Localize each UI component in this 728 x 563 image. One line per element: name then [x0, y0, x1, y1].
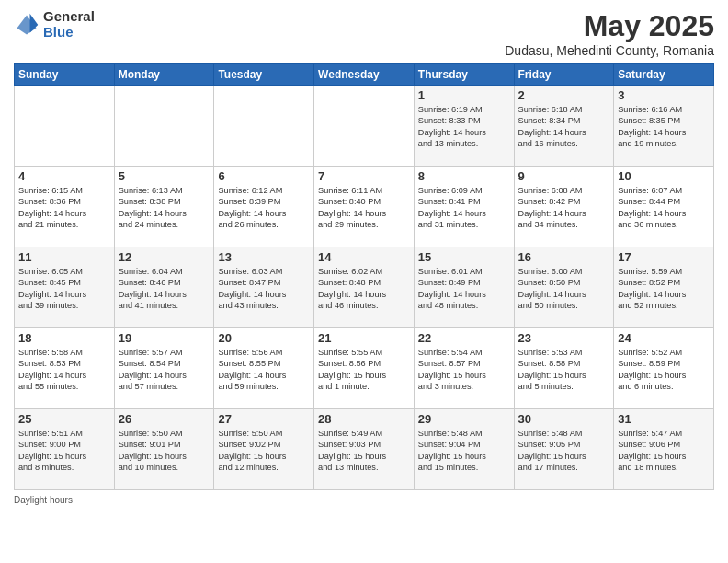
day-number: 23	[518, 331, 610, 345]
week-row-3: 11Sunrise: 6:05 AMSunset: 8:45 PMDayligh…	[15, 247, 714, 328]
cell-content: Sunrise: 5:53 AMSunset: 8:58 PMDaylight:…	[518, 347, 610, 393]
weekday-header-saturday: Saturday	[614, 64, 714, 86]
day-cell	[314, 86, 415, 167]
day-cell: 27Sunrise: 5:50 AMSunset: 9:02 PMDayligh…	[214, 409, 314, 490]
day-cell: 10Sunrise: 6:07 AMSunset: 8:44 PMDayligh…	[614, 167, 714, 247]
cell-content: Sunrise: 6:15 AMSunset: 8:36 PMDaylight:…	[18, 185, 110, 231]
cell-content: Sunrise: 6:13 AMSunset: 8:38 PMDaylight:…	[119, 185, 210, 231]
day-number: 27	[218, 412, 310, 426]
day-cell: 9Sunrise: 6:08 AMSunset: 8:42 PMDaylight…	[514, 167, 614, 247]
day-number: 25	[18, 412, 110, 426]
day-cell: 31Sunrise: 5:47 AMSunset: 9:06 PMDayligh…	[614, 409, 714, 490]
cell-content: Sunrise: 5:51 AMSunset: 9:00 PMDaylight:…	[18, 428, 110, 474]
day-number: 8	[418, 169, 510, 183]
cell-content: Sunrise: 5:50 AMSunset: 9:01 PMDaylight:…	[119, 428, 210, 474]
cell-content: Sunrise: 5:49 AMSunset: 9:03 PMDaylight:…	[318, 428, 410, 474]
day-cell	[214, 86, 314, 167]
day-cell: 20Sunrise: 5:56 AMSunset: 8:55 PMDayligh…	[214, 328, 314, 409]
day-cell: 19Sunrise: 5:57 AMSunset: 8:54 PMDayligh…	[114, 328, 214, 409]
cell-content: Sunrise: 5:55 AMSunset: 8:56 PMDaylight:…	[318, 347, 410, 393]
weekday-header-friday: Friday	[514, 64, 614, 86]
cell-content: Sunrise: 6:08 AMSunset: 8:42 PMDaylight:…	[518, 185, 610, 231]
day-cell: 5Sunrise: 6:13 AMSunset: 8:38 PMDaylight…	[114, 167, 214, 247]
day-number: 4	[18, 169, 110, 183]
day-number: 2	[518, 88, 610, 102]
day-cell: 1Sunrise: 6:19 AMSunset: 8:33 PMDaylight…	[414, 86, 514, 167]
daylight-label: Daylight hours	[14, 495, 73, 505]
day-cell: 7Sunrise: 6:11 AMSunset: 8:40 PMDaylight…	[314, 167, 415, 247]
logo: General Blue	[14, 9, 95, 40]
day-number: 31	[618, 412, 710, 426]
day-number: 10	[618, 169, 710, 183]
day-number: 22	[418, 331, 510, 345]
weekday-header-row: SundayMondayTuesdayWednesdayThursdayFrid…	[15, 64, 714, 86]
day-cell: 23Sunrise: 5:53 AMSunset: 8:58 PMDayligh…	[514, 328, 614, 409]
cell-content: Sunrise: 5:48 AMSunset: 9:04 PMDaylight:…	[418, 428, 510, 474]
day-number: 21	[318, 331, 410, 345]
page: General Blue May 2025 Dudasu, Mehedinti …	[0, 0, 728, 563]
cell-content: Sunrise: 6:11 AMSunset: 8:40 PMDaylight:…	[318, 185, 410, 231]
day-cell: 16Sunrise: 6:00 AMSunset: 8:50 PMDayligh…	[514, 247, 614, 328]
day-cell	[15, 86, 115, 167]
weekday-header-thursday: Thursday	[414, 64, 514, 86]
day-cell: 28Sunrise: 5:49 AMSunset: 9:03 PMDayligh…	[314, 409, 415, 490]
cell-content: Sunrise: 6:16 AMSunset: 8:35 PMDaylight:…	[618, 104, 710, 150]
day-cell: 11Sunrise: 6:05 AMSunset: 8:45 PMDayligh…	[15, 247, 115, 328]
day-cell: 12Sunrise: 6:04 AMSunset: 8:46 PMDayligh…	[114, 247, 214, 328]
logo-general: General	[43, 9, 95, 25]
cell-content: Sunrise: 6:19 AMSunset: 8:33 PMDaylight:…	[418, 104, 510, 150]
location: Dudasu, Mehedinti County, Romania	[505, 43, 714, 58]
day-number: 3	[618, 88, 710, 102]
day-number: 17	[618, 250, 710, 264]
day-number: 14	[318, 250, 410, 264]
day-cell: 8Sunrise: 6:09 AMSunset: 8:41 PMDaylight…	[414, 167, 514, 247]
cell-content: Sunrise: 5:50 AMSunset: 9:02 PMDaylight:…	[218, 428, 310, 474]
day-cell: 15Sunrise: 6:01 AMSunset: 8:49 PMDayligh…	[414, 247, 514, 328]
day-cell: 26Sunrise: 5:50 AMSunset: 9:01 PMDayligh…	[114, 409, 214, 490]
day-number: 9	[518, 169, 610, 183]
day-number: 28	[318, 412, 410, 426]
day-cell: 21Sunrise: 5:55 AMSunset: 8:56 PMDayligh…	[314, 328, 415, 409]
cell-content: Sunrise: 5:47 AMSunset: 9:06 PMDaylight:…	[618, 428, 710, 474]
day-cell: 3Sunrise: 6:16 AMSunset: 8:35 PMDaylight…	[614, 86, 714, 167]
cell-content: Sunrise: 5:59 AMSunset: 8:52 PMDaylight:…	[618, 266, 710, 312]
logo-text: General Blue	[43, 9, 95, 40]
day-cell: 13Sunrise: 6:03 AMSunset: 8:47 PMDayligh…	[214, 247, 314, 328]
cell-content: Sunrise: 5:52 AMSunset: 8:59 PMDaylight:…	[618, 347, 710, 393]
cell-content: Sunrise: 6:05 AMSunset: 8:45 PMDaylight:…	[18, 266, 110, 312]
calendar-table: SundayMondayTuesdayWednesdayThursdayFrid…	[14, 63, 714, 490]
cell-content: Sunrise: 5:57 AMSunset: 8:54 PMDaylight:…	[119, 347, 210, 393]
day-cell: 18Sunrise: 5:58 AMSunset: 8:53 PMDayligh…	[15, 328, 115, 409]
cell-content: Sunrise: 5:48 AMSunset: 9:05 PMDaylight:…	[518, 428, 610, 474]
logo-icon	[14, 12, 40, 38]
day-number: 11	[18, 250, 110, 264]
cell-content: Sunrise: 6:18 AMSunset: 8:34 PMDaylight:…	[518, 104, 610, 150]
cell-content: Sunrise: 6:03 AMSunset: 8:47 PMDaylight:…	[218, 266, 310, 312]
day-number: 29	[418, 412, 510, 426]
cell-content: Sunrise: 6:04 AMSunset: 8:46 PMDaylight:…	[119, 266, 210, 312]
svg-marker-2	[30, 13, 39, 32]
weekday-header-wednesday: Wednesday	[314, 64, 415, 86]
day-number: 1	[418, 88, 510, 102]
day-cell: 25Sunrise: 5:51 AMSunset: 9:00 PMDayligh…	[15, 409, 115, 490]
day-number: 24	[618, 331, 710, 345]
day-number: 13	[218, 250, 310, 264]
day-number: 30	[518, 412, 610, 426]
weekday-header-monday: Monday	[114, 64, 214, 86]
cell-content: Sunrise: 6:02 AMSunset: 8:48 PMDaylight:…	[318, 266, 410, 312]
day-cell: 29Sunrise: 5:48 AMSunset: 9:04 PMDayligh…	[414, 409, 514, 490]
cell-content: Sunrise: 6:07 AMSunset: 8:44 PMDaylight:…	[618, 185, 710, 231]
day-number: 19	[119, 331, 210, 345]
day-cell: 24Sunrise: 5:52 AMSunset: 8:59 PMDayligh…	[614, 328, 714, 409]
logo-blue: Blue	[43, 25, 95, 40]
day-number: 12	[119, 250, 210, 264]
day-number: 20	[218, 331, 310, 345]
day-number: 7	[318, 169, 410, 183]
day-cell: 6Sunrise: 6:12 AMSunset: 8:39 PMDaylight…	[214, 167, 314, 247]
day-number: 5	[119, 169, 210, 183]
day-number: 15	[418, 250, 510, 264]
cell-content: Sunrise: 5:54 AMSunset: 8:57 PMDaylight:…	[418, 347, 510, 393]
weekday-header-tuesday: Tuesday	[214, 64, 314, 86]
day-number: 16	[518, 250, 610, 264]
cell-content: Sunrise: 6:09 AMSunset: 8:41 PMDaylight:…	[418, 185, 510, 231]
